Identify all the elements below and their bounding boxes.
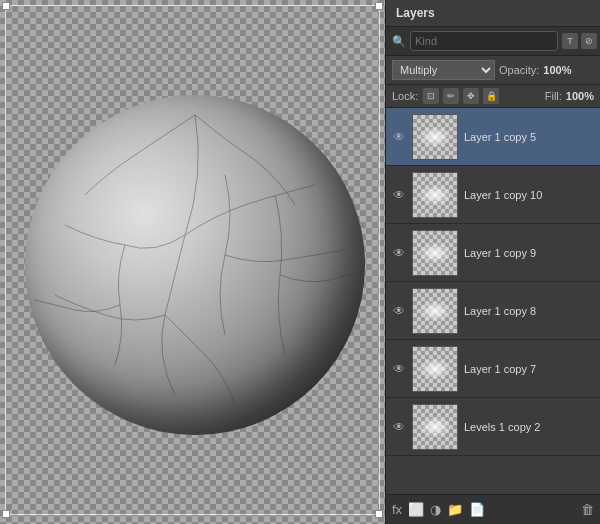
new-layer-button[interactable]: 📄 [469,502,485,517]
layer-item[interactable]: 👁 Layer 1 copy 10 [386,166,600,224]
thumb-glow [420,417,450,437]
layers-panel: Layers 🔍 T ⊘ ⊞ ⊟ Multiply Opacity: 100% … [385,0,600,524]
new-fill-layer-button[interactable]: ◑ [430,502,441,517]
add-mask-button[interactable]: ⬜ [408,502,424,517]
canvas-area [0,0,385,524]
sphere-layer [25,95,365,435]
thumb-glow [420,185,450,205]
opacity-label: Opacity: [499,64,539,76]
layer-item[interactable]: 👁 Levels 1 copy 2 [386,398,600,456]
opacity-row: Opacity: 100% [499,64,594,76]
layer-item[interactable]: 👁 Layer 1 copy 9 [386,224,600,282]
layer-thumbnail [412,288,458,334]
delete-layer-button[interactable]: 🗑 [581,502,594,517]
layer-visibility-toggle[interactable]: 👁 [390,244,408,262]
type-filter-icon[interactable]: T [562,33,578,49]
layer-thumbnail [412,114,458,160]
lock-all-icon[interactable]: 🔒 [483,88,499,104]
circle-filter-icon[interactable]: ⊘ [581,33,597,49]
search-icons: T ⊘ ⊞ ⊟ [562,33,600,49]
layer-thumbnail [412,404,458,450]
layer-name: Layer 1 copy 7 [464,363,596,375]
layers-list: 👁 Layer 1 copy 5 👁 Layer 1 copy 10 👁 Lay… [386,108,600,494]
search-bar: 🔍 T ⊘ ⊞ ⊟ [386,27,600,56]
layer-name: Layer 1 copy 9 [464,247,596,259]
panel-footer: fx ⬜ ◑ 📁 📄 🗑 [386,494,600,524]
layer-visibility-toggle[interactable]: 👁 [390,186,408,204]
search-input[interactable] [410,31,558,51]
new-group-button[interactable]: 📁 [447,502,463,517]
layer-name: Layer 1 copy 10 [464,189,596,201]
layer-visibility-toggle[interactable]: 👁 [390,418,408,436]
layer-thumbnail [412,172,458,218]
layer-visibility-toggle[interactable]: 👁 [390,128,408,146]
layer-thumbnail [412,346,458,392]
footer-icons-left: fx ⬜ ◑ 📁 📄 [392,502,485,517]
lock-label: Lock: [392,90,418,102]
lock-icons: ⊡ ✏ ✥ 🔒 [423,88,539,104]
lock-fill-row: Lock: ⊡ ✏ ✥ 🔒 Fill: 100% [386,85,600,108]
sphere-texture [25,95,365,435]
thumb-glow [420,243,450,263]
layer-item[interactable]: 👁 Layer 1 copy 5 [386,108,600,166]
layer-thumbnail [412,230,458,276]
opacity-value[interactable]: 100% [543,64,571,76]
lock-move-icon[interactable]: ✥ [463,88,479,104]
layer-name: Layer 1 copy 5 [464,131,596,143]
layer-item[interactable]: 👁 Layer 1 copy 8 [386,282,600,340]
layer-name: Levels 1 copy 2 [464,421,596,433]
layer-item[interactable]: 👁 Layer 1 copy 7 [386,340,600,398]
sphere-container [0,10,385,520]
layer-name: Layer 1 copy 8 [464,305,596,317]
lock-transparent-icon[interactable]: ⊡ [423,88,439,104]
fill-row: Fill: 100% [545,90,594,102]
fx-button[interactable]: fx [392,502,402,517]
fill-value[interactable]: 100% [566,90,594,102]
thumb-glow [420,301,450,321]
lock-paint-icon[interactable]: ✏ [443,88,459,104]
layer-visibility-toggle[interactable]: 👁 [390,302,408,320]
layer-visibility-toggle[interactable]: 👁 [390,360,408,378]
thumb-glow [420,359,450,379]
thumb-glow [420,127,450,147]
fill-label: Fill: [545,90,562,102]
panel-header: Layers [386,0,600,27]
search-icon: 🔍 [392,35,406,48]
blend-opacity-row: Multiply Opacity: 100% [386,56,600,85]
blend-mode-select[interactable]: Multiply [392,60,495,80]
panel-title: Layers [396,6,435,20]
